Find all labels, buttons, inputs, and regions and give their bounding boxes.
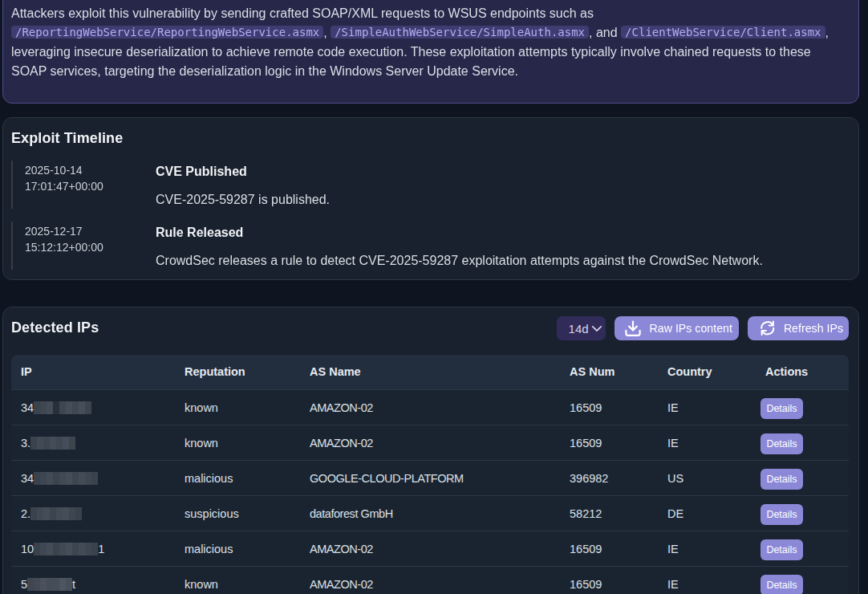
ip-cell: 34 (11, 390, 175, 425)
country-cell: IE (658, 567, 756, 594)
censor-block (66, 578, 72, 591)
ip-visible-prefix: 34 (21, 472, 34, 485)
chevron-down-icon (591, 323, 602, 334)
censor-block (66, 401, 72, 414)
actions-cell: Details (756, 567, 849, 594)
details-button[interactable]: Details (761, 469, 803, 490)
table-row: 34knownAMAZON-0216509IEDetails (11, 390, 849, 425)
as-num-cell: 16509 (560, 531, 658, 567)
censor-block (59, 578, 66, 591)
raw-ips-content-label: Raw IPs content (650, 322, 732, 335)
details-button[interactable]: Details (761, 575, 803, 594)
reputation-cell: suspicious (175, 496, 300, 531)
ip-cell: 34 (11, 461, 175, 496)
as-num-cell: 16509 (560, 567, 658, 594)
censor-block (53, 401, 59, 414)
censor-block (56, 437, 63, 450)
column-header-country: Country (658, 355, 756, 390)
timeline-entry-time: 15:12:12+00:00 (25, 239, 156, 255)
censor-block (47, 543, 53, 555)
as-num-cell: 58212 (560, 496, 658, 531)
ip-address-redacted: 101 (21, 543, 165, 555)
censor-block (85, 543, 91, 555)
censor-block (72, 472, 79, 485)
ip-censor-mosaic (30, 437, 75, 450)
censor-block (56, 507, 63, 520)
timeline-entry: 2025-10-1417:01:47+00:00CVE PublishedCVE… (11, 161, 849, 209)
censor-block (79, 543, 85, 555)
censor-block (47, 472, 53, 485)
country-cell: IE (658, 531, 756, 567)
censor-block (59, 472, 66, 485)
column-header-reputation: Reputation (175, 355, 300, 390)
censor-block (40, 472, 47, 485)
censor-block (69, 437, 75, 450)
censor-block (75, 507, 82, 520)
country-cell: IE (658, 425, 756, 461)
as-name-cell: AMAZON-02 (300, 531, 560, 567)
timeline-entry-description: CrowdSec releases a rule to detect CVE-2… (156, 253, 849, 269)
detected-ips-table-wrapper: IPReputationAS NameAS NumCountryActions … (11, 355, 849, 594)
ip-visible-suffix: 1 (98, 543, 104, 555)
censor-block (72, 401, 79, 414)
detected-ips-title: Detected IPs (11, 319, 99, 336)
ip-censor-mosaic (34, 543, 98, 555)
table-header: IPReputationAS NameAS NumCountryActions (11, 355, 849, 390)
country-cell: US (658, 461, 756, 496)
as-num-cell: 396982 (560, 461, 658, 496)
censor-block (85, 401, 91, 414)
censor-block (53, 543, 59, 555)
censor-block (27, 578, 34, 591)
table-row: 3.knownAMAZON-0216509IEDetails (11, 425, 849, 461)
country-cell: DE (658, 496, 756, 531)
censor-block (34, 401, 40, 414)
ip-address-redacted: 5t (21, 578, 165, 591)
raw-ips-content-button[interactable]: Raw IPs content (614, 316, 739, 340)
censor-block (30, 437, 37, 450)
refresh-ips-button[interactable]: Refresh IPs (748, 316, 849, 340)
censor-block (53, 472, 59, 485)
timeline-entry-title: Rule Released (156, 225, 849, 240)
ip-visible-prefix: 34 (21, 401, 34, 414)
endpoint-code-chip: /ReportingWebService/ReportingWebService… (11, 26, 323, 39)
censor-block (59, 401, 66, 414)
table-row: 101maliciousAMAZON-0216509IEDetails (11, 531, 849, 567)
actions-cell: Details (756, 496, 849, 531)
table-body: 34knownAMAZON-0216509IEDetails3.knownAMA… (11, 390, 849, 594)
timeline-entry: 2025-12-1715:12:12+00:00Rule ReleasedCro… (11, 222, 849, 270)
ip-address-redacted: 34 (21, 401, 165, 414)
censor-block (66, 472, 72, 485)
ip-cell: 3. (11, 425, 175, 461)
vulnerability-description: Attackers exploit this vulnerability by … (11, 4, 846, 81)
detected-ips-card: Detected IPs 14d Raw IPs content Refresh… (2, 307, 859, 594)
censor-block (30, 507, 37, 520)
ip-censor-mosaic (27, 578, 72, 591)
details-button[interactable]: Details (761, 504, 803, 525)
reputation-cell: known (175, 567, 300, 594)
censor-block (72, 543, 79, 555)
ip-censor-mosaic (34, 472, 98, 485)
details-button[interactable]: Details (761, 433, 803, 454)
details-button[interactable]: Details (761, 398, 803, 419)
as-name-cell: GOOGLE-CLOUD-PLATFORM (300, 461, 560, 496)
ip-cell: 101 (11, 531, 175, 567)
time-range-select[interactable]: 14d (557, 316, 606, 340)
refresh-icon (759, 319, 777, 337)
details-button[interactable]: Details (761, 539, 803, 560)
ip-address-redacted: 3. (21, 437, 165, 450)
ip-censor-mosaic (34, 401, 91, 414)
ip-visible-prefix: 5 (21, 578, 27, 591)
censor-block (37, 437, 43, 450)
ip-censor-mosaic (30, 507, 82, 520)
detected-ips-header: Detected IPs 14d Raw IPs content Refresh… (11, 316, 849, 340)
column-header-actions: Actions (756, 355, 849, 390)
timeline-list: 2025-10-1417:01:47+00:00CVE PublishedCVE… (11, 161, 849, 270)
as-name-cell: AMAZON-02 (300, 567, 560, 594)
censor-block (37, 507, 43, 520)
time-range-value: 14d (569, 322, 589, 336)
column-header-ip: IP (11, 355, 175, 390)
exploit-timeline-card: Exploit Timeline 2025-10-1417:01:47+00:0… (2, 117, 859, 280)
censor-block (34, 472, 40, 485)
as-name-cell: AMAZON-02 (300, 390, 560, 425)
censor-block (47, 401, 53, 414)
